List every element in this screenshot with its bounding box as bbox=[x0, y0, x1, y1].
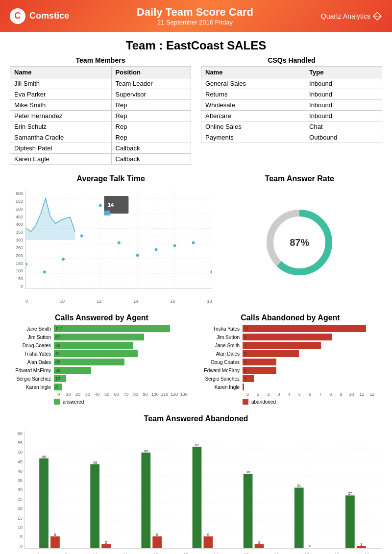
calls-answered-block: Calls Answered by Agent Jane Smith112Jim… bbox=[10, 313, 194, 405]
bar-track: 5 bbox=[243, 350, 377, 357]
answered-bar bbox=[345, 495, 355, 548]
svg-text:49: 49 bbox=[144, 449, 148, 453]
legend: abandoned bbox=[243, 399, 377, 405]
h-bar-row: Edward McElroy3 bbox=[198, 367, 377, 374]
table-cell: Inbound bbox=[305, 89, 382, 100]
bar-track: 87 bbox=[54, 334, 189, 340]
bar-track: 11 bbox=[243, 325, 377, 332]
table-row: PaymentsOutbound bbox=[201, 132, 382, 143]
table-cell: Peter Hernandez bbox=[10, 111, 112, 121]
svg-text:2: 2 bbox=[105, 540, 107, 545]
abandoned-bar bbox=[152, 536, 162, 548]
bar-fill: 87 bbox=[54, 334, 144, 340]
table-row: Samantha CradleRep bbox=[10, 132, 191, 143]
csqs-heading: CSQs Handled bbox=[201, 56, 382, 64]
agent-name: Doug Coates bbox=[198, 360, 243, 365]
abandoned-bar bbox=[255, 544, 264, 548]
abandoned-bar bbox=[50, 536, 60, 548]
h-bar-chart: Trisha Yates11Jim Sutton8Jane Smith7Alan… bbox=[198, 325, 377, 405]
bar-fill: 36 bbox=[54, 367, 91, 374]
bar-track: 3 bbox=[243, 359, 377, 365]
table-cell: Samantha Cradle bbox=[10, 132, 112, 143]
col-name: Name bbox=[10, 67, 112, 78]
svg-point-28 bbox=[173, 244, 176, 247]
table-cell: Rep bbox=[111, 100, 191, 111]
bar-fill: 112 bbox=[54, 325, 170, 332]
bar-fill: 8 bbox=[243, 334, 332, 340]
table-cell: Jill Smith bbox=[10, 78, 112, 89]
table-cell: Chat bbox=[305, 121, 382, 132]
table-row: Peter HernandezRep bbox=[10, 111, 191, 121]
svg-point-20 bbox=[26, 263, 27, 265]
diamond-icon bbox=[372, 11, 382, 21]
bar-fill: 3 bbox=[243, 367, 276, 374]
h-bar-row: Edward McElroy36 bbox=[10, 367, 189, 374]
team-members-heading: Team Members bbox=[10, 56, 191, 64]
agent-name: Karen Ingle bbox=[10, 385, 54, 390]
svg-point-24 bbox=[99, 204, 102, 207]
bar-fill: 3 bbox=[243, 359, 276, 365]
table-cell: Supervisor bbox=[111, 89, 191, 100]
table-cell: Rep bbox=[111, 111, 191, 121]
bar-charts-row: Calls Answered by Agent Jane Smith112Jim… bbox=[0, 309, 392, 409]
table-cell: Eva Parker bbox=[10, 89, 112, 100]
svg-text:6: 6 bbox=[156, 532, 159, 537]
svg-text:46: 46 bbox=[42, 455, 46, 459]
table-row: WholesaleInbound bbox=[201, 100, 382, 111]
agent-name: Alan Dales bbox=[198, 351, 243, 357]
svg-point-27 bbox=[155, 248, 158, 251]
answered-bar bbox=[294, 488, 304, 548]
bar-track: 8 bbox=[54, 384, 189, 390]
team-answer-rate-block: Team Answer Rate 87% bbox=[217, 174, 383, 304]
bar-track: 68 bbox=[54, 359, 189, 365]
svg-rect-33 bbox=[104, 211, 110, 216]
table-cell: Team Leader bbox=[111, 78, 191, 89]
svg-text:0: 0 bbox=[309, 544, 312, 548]
bar-track bbox=[243, 384, 377, 390]
col-position: Position bbox=[111, 67, 191, 78]
bar-fill: 76 bbox=[54, 342, 133, 349]
legend: answered bbox=[54, 399, 189, 405]
brand-text: Quartz Analytics bbox=[321, 12, 370, 20]
table-cell: Rep bbox=[111, 121, 191, 132]
table-row: Diptesh PatelCallback bbox=[10, 143, 191, 154]
calls-abandoned-title: Calls Abandoned by Agent bbox=[198, 313, 382, 322]
table-cell: Online Sales bbox=[201, 121, 305, 132]
answered-bar bbox=[39, 458, 49, 548]
bar-track: 36 bbox=[54, 367, 189, 374]
agent-name: Alan Dales bbox=[10, 360, 54, 365]
bar-fill: 1 bbox=[243, 375, 254, 382]
table-row: ReturnsInbound bbox=[201, 89, 382, 100]
svg-text:43: 43 bbox=[93, 460, 97, 465]
subtitle: 21 September 2016 Friday bbox=[137, 19, 253, 26]
table-cell: Diptesh Patel bbox=[10, 143, 112, 154]
bar-track: 76 bbox=[54, 342, 189, 349]
svg-text:6: 6 bbox=[54, 532, 56, 537]
h-bar-row: Jane Smith112 bbox=[10, 325, 189, 332]
bar-fill: 81 bbox=[54, 350, 138, 357]
table-cell: Callback bbox=[111, 143, 191, 154]
svg-text:52: 52 bbox=[195, 443, 199, 447]
agent-name: Sergio Sanchez bbox=[198, 376, 243, 382]
donut-label: 87% bbox=[290, 237, 309, 248]
team-title: Team : EastCoast SALES bbox=[0, 32, 392, 56]
bar-track: 3 bbox=[243, 367, 377, 374]
table-cell: Inbound bbox=[305, 100, 382, 111]
svg-text:1: 1 bbox=[360, 542, 363, 547]
h-bar-row: Jim Sutton8 bbox=[198, 334, 377, 340]
abandoned-bar bbox=[101, 544, 111, 548]
table-cell: Callback bbox=[111, 154, 191, 165]
h-bar-row: Jim Sutton87 bbox=[10, 334, 189, 340]
h-bar-row: Doug Coates3 bbox=[198, 359, 377, 365]
team-answer-rate-title: Team Answer Rate bbox=[217, 174, 383, 183]
agent-name: Trisha Yates bbox=[198, 326, 243, 332]
agent-name: Jim Sutton bbox=[10, 335, 54, 340]
bar-track: 12 bbox=[54, 375, 189, 382]
h-bar-row: Jane Smith7 bbox=[198, 342, 377, 349]
calls-answered-title: Calls Answered by Agent bbox=[10, 313, 194, 322]
answered-bar bbox=[141, 453, 150, 548]
agent-name: Edward McElroy bbox=[10, 368, 54, 373]
csqs-table: Name Type General-SalesInboundReturnsInb… bbox=[201, 66, 382, 143]
h-bar-row: Trisha Yates11 bbox=[198, 325, 377, 332]
svg-marker-19 bbox=[26, 198, 75, 240]
